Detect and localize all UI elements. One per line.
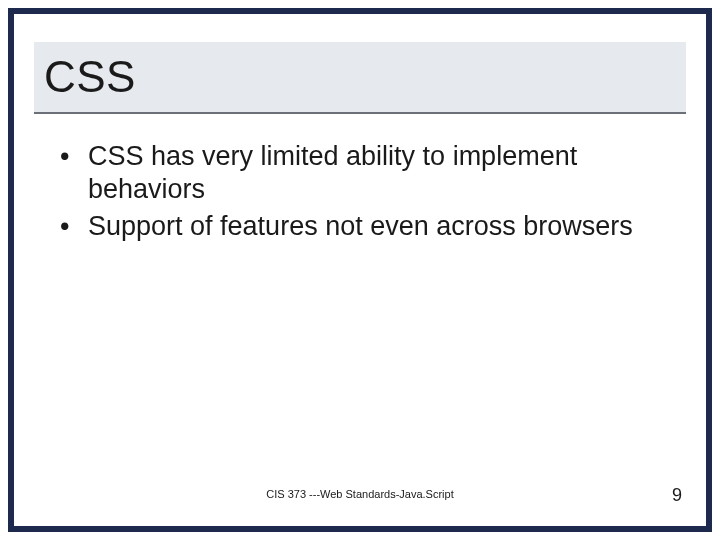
title-bar: CSS xyxy=(34,42,686,114)
footer-text: CIS 373 ---Web Standards-Java.Script xyxy=(20,488,700,500)
bullet-text: Support of features not even across brow… xyxy=(88,210,670,243)
page-number: 9 xyxy=(672,485,682,506)
body-area: • CSS has very limited ability to implem… xyxy=(60,140,670,247)
bullet-icon: • xyxy=(60,140,88,206)
list-item: • Support of features not even across br… xyxy=(60,210,670,243)
bullet-text: CSS has very limited ability to implemen… xyxy=(88,140,670,206)
bullet-icon: • xyxy=(60,210,88,243)
slide-frame: CSS • CSS has very limited ability to im… xyxy=(8,8,712,532)
slide-title: CSS xyxy=(44,52,136,102)
slide-content-area: CSS • CSS has very limited ability to im… xyxy=(20,20,700,520)
list-item: • CSS has very limited ability to implem… xyxy=(60,140,670,206)
